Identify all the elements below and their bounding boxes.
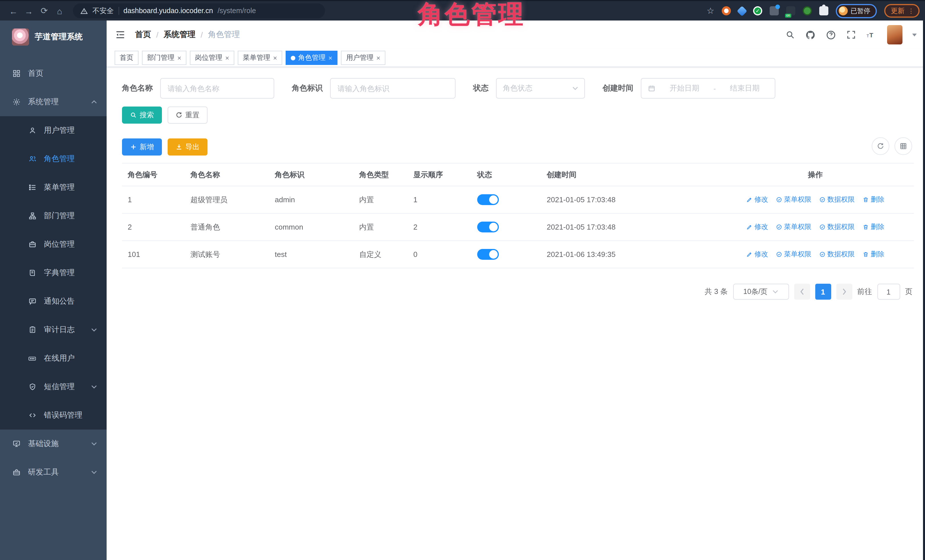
status-toggle[interactable]: [477, 249, 499, 260]
data-permission-link[interactable]: 数据权限: [820, 195, 855, 204]
pagination: 共 3 条 10条/页 1 前往 页: [122, 284, 914, 300]
data-permission-link[interactable]: 数据权限: [820, 249, 855, 259]
edit-link[interactable]: 修改: [747, 249, 768, 259]
tab-home[interactable]: 首页: [114, 51, 139, 65]
date-end-placeholder: 结束日期: [721, 83, 768, 93]
close-icon[interactable]: [177, 54, 181, 61]
sidebar-item-dev-tools[interactable]: 研发工具: [0, 458, 107, 486]
prev-page-button[interactable]: [794, 284, 810, 300]
export-button[interactable]: 导出: [167, 138, 208, 156]
status-toggle[interactable]: [477, 194, 499, 205]
sidebar-item-announcements[interactable]: 通知公告: [0, 287, 107, 315]
screenshot-root: ← → ⟳ ⌂ 不安全 dashboard.yudao.iocoder.cn/s…: [0, 0, 925, 560]
tab-roles[interactable]: 角色管理: [286, 51, 337, 65]
date-range-picker[interactable]: 开始日期 - 结束日期: [641, 78, 775, 99]
extension-check-icon[interactable]: ✓: [753, 6, 762, 15]
help-icon[interactable]: [825, 29, 836, 40]
role-name-input[interactable]: [160, 78, 274, 99]
reset-button[interactable]: 重置: [167, 107, 208, 124]
col-role-id: 角色编号: [122, 163, 185, 186]
add-button[interactable]: 新增: [122, 138, 162, 156]
address-bar[interactable]: 不安全 dashboard.yudao.iocoder.cn/system/ro…: [73, 3, 325, 18]
role-key-input[interactable]: [330, 78, 455, 99]
menu-list-icon: [28, 183, 36, 192]
sidebar-item-home[interactable]: 首页: [0, 59, 107, 88]
sidebar-item-audit-log[interactable]: 审计日志: [0, 315, 107, 344]
sidebar-item-users[interactable]: 用户管理: [0, 116, 107, 145]
chevron-up-icon: [91, 100, 97, 104]
browser-home-icon[interactable]: ⌂: [52, 6, 67, 16]
extension-icon[interactable]: [770, 6, 779, 15]
sidebar-item-online-users[interactable]: 在线用户: [0, 344, 107, 372]
browser-back-icon[interactable]: ←: [6, 6, 21, 16]
next-page-button[interactable]: [836, 284, 852, 300]
sidebar-item-infrastructure[interactable]: 基础设施: [0, 429, 107, 458]
extension-icon[interactable]: [722, 6, 731, 15]
sidebar-item-departments[interactable]: 部门管理: [0, 202, 107, 230]
browser-menu-icon[interactable]: ⋮: [908, 8, 914, 14]
search-icon[interactable]: [785, 30, 795, 40]
browser-forward-icon[interactable]: →: [21, 6, 36, 16]
page-size-select[interactable]: 10条/页: [733, 284, 789, 300]
user-avatar[interactable]: [887, 25, 902, 44]
menu-permission-link[interactable]: 菜单权限: [776, 195, 812, 204]
status-select[interactable]: 角色状态: [496, 78, 585, 99]
goto-page-input[interactable]: [877, 284, 900, 300]
chevron-down-icon: [91, 442, 97, 446]
extension-monkey-icon[interactable]: [803, 6, 812, 15]
sidebar-item-error-codes[interactable]: 错误码管理: [0, 401, 107, 429]
page-scrollbar[interactable]: [923, 21, 925, 560]
tab-departments[interactable]: 部门管理: [142, 51, 187, 65]
extension-on-badge: on: [785, 14, 791, 18]
bookmark-star-icon[interactable]: ☆: [707, 6, 714, 16]
extension-icon[interactable]: on: [786, 6, 795, 15]
extension-gem-icon[interactable]: [737, 6, 747, 16]
close-icon[interactable]: [225, 54, 229, 61]
close-icon[interactable]: [328, 54, 332, 61]
system-submenu: 用户管理 角色管理 菜单管理 部门管理: [0, 116, 107, 429]
tab-posts[interactable]: 岗位管理: [190, 51, 234, 65]
profile-avatar: [839, 6, 848, 15]
tab-menus[interactable]: 菜单管理: [238, 51, 282, 65]
github-icon[interactable]: [805, 29, 815, 40]
font-size-icon[interactable]: TT: [866, 30, 877, 40]
close-icon[interactable]: [376, 54, 380, 61]
sidebar-item-dictionary[interactable]: 字典管理: [0, 259, 107, 287]
breadcrumb-system[interactable]: 系统管理: [164, 30, 196, 40]
breadcrumb-home[interactable]: 首页: [135, 30, 151, 40]
delete-link[interactable]: 删除: [863, 195, 884, 204]
menu-permission-link[interactable]: 菜单权限: [776, 222, 812, 232]
sidebar-item-posts[interactable]: 岗位管理: [0, 230, 107, 259]
close-icon[interactable]: [273, 54, 277, 61]
delete-link[interactable]: 删除: [863, 222, 884, 232]
page-1-button[interactable]: 1: [815, 284, 831, 300]
edit-link[interactable]: 修改: [747, 222, 768, 232]
browser-profile-chip[interactable]: 已暂停: [836, 4, 877, 18]
extensions-puzzle-icon[interactable]: [819, 6, 829, 15]
sidebar-item-system[interactable]: 系统管理: [0, 88, 107, 116]
browser-update-button[interactable]: 更新 ⋮: [884, 4, 919, 18]
dashboard-icon: [12, 69, 21, 78]
sidebar-item-roles[interactable]: 角色管理: [0, 145, 107, 173]
status-label: 状态: [473, 83, 488, 93]
hamburger-icon[interactable]: [115, 30, 125, 40]
sidebar-item-menus[interactable]: 菜单管理: [0, 173, 107, 202]
fullscreen-icon[interactable]: [846, 30, 856, 40]
status-toggle[interactable]: [477, 222, 499, 233]
data-permission-link[interactable]: 数据权限: [820, 222, 855, 232]
search-button[interactable]: 搜索: [122, 107, 162, 124]
code-icon: [28, 411, 36, 420]
refresh-table-button[interactable]: [871, 137, 889, 155]
col-role-key: 角色标识: [269, 163, 354, 186]
table-row: 2 普通角色 common 内置 2 2021-01-05 17:03:48 修…: [122, 213, 914, 241]
sidebar-item-sms[interactable]: 短信管理: [0, 372, 107, 401]
tab-users[interactable]: 用户管理: [341, 51, 386, 65]
browser-reload-icon[interactable]: ⟳: [36, 6, 52, 16]
delete-link[interactable]: 删除: [863, 249, 884, 259]
role-key-label: 角色标识: [292, 83, 323, 93]
column-settings-button[interactable]: [894, 137, 912, 155]
avatar-caret-down-icon[interactable]: [912, 33, 916, 36]
active-dot-icon: [291, 56, 295, 60]
edit-link[interactable]: 修改: [747, 195, 768, 204]
menu-permission-link[interactable]: 菜单权限: [776, 249, 812, 259]
